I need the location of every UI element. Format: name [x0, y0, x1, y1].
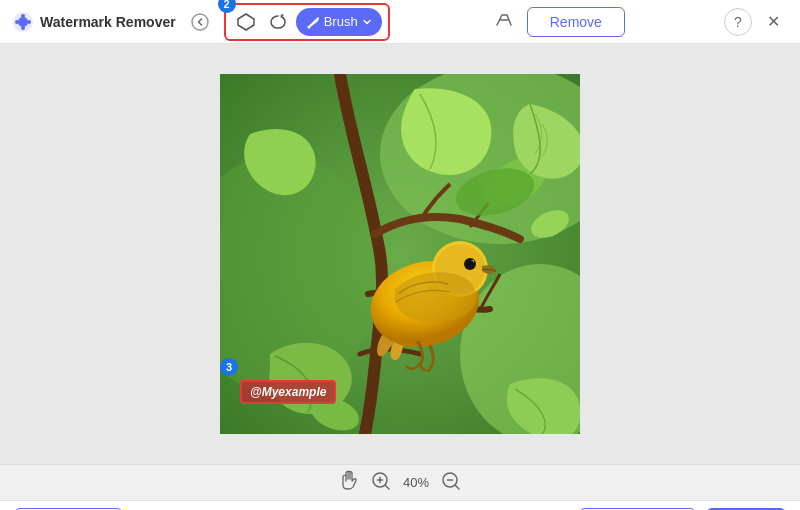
zoom-controls: 40%	[339, 470, 461, 495]
help-button[interactable]: ?	[724, 8, 752, 36]
svg-line-27	[385, 485, 389, 489]
svg-point-1	[18, 17, 28, 27]
svg-line-30	[455, 485, 459, 489]
svg-point-4	[15, 20, 19, 24]
titlebar: Watermark Remover 2	[0, 0, 800, 44]
zoom-in-button[interactable]	[371, 471, 391, 495]
zoom-percent: 40%	[403, 475, 429, 490]
bottom-toolbar: 40%	[0, 464, 800, 500]
image-container[interactable]: 3 @Myexample	[220, 74, 580, 434]
zoom-out-button[interactable]	[441, 471, 461, 495]
app-title: Watermark Remover	[40, 14, 176, 30]
toolbar-group: 2 Brush	[224, 3, 390, 41]
brush-tool-button[interactable]: Brush	[296, 8, 382, 36]
brush-label: Brush	[324, 14, 358, 29]
svg-point-2	[21, 14, 25, 18]
svg-point-5	[27, 20, 31, 24]
close-button[interactable]: ✕	[760, 8, 788, 36]
titlebar-left: Watermark Remover 2	[12, 3, 390, 41]
help-icon: ?	[734, 14, 742, 30]
watermark-text: @Myexample	[250, 385, 326, 399]
hand-tool-button[interactable]	[339, 470, 359, 495]
watermark-badge: 3	[220, 358, 238, 376]
svg-point-3	[21, 26, 25, 30]
svg-point-8	[307, 25, 310, 28]
footer: New Image Crop & Save Save	[0, 500, 800, 510]
app-logo: Watermark Remover	[12, 11, 176, 33]
close-icon: ✕	[767, 12, 780, 31]
app-logo-icon	[12, 11, 34, 33]
main-canvas-area: 3 @Myexample	[0, 44, 800, 464]
lasso-tool-button[interactable]	[264, 8, 292, 36]
svg-point-21	[466, 260, 474, 268]
svg-point-6	[192, 14, 208, 30]
toolbar-badge: 2	[218, 0, 236, 13]
titlebar-center: Remove	[489, 4, 625, 39]
remove-button[interactable]: Remove	[527, 7, 625, 37]
polygon-tool-button[interactable]	[232, 8, 260, 36]
titlebar-right: ? ✕	[724, 8, 788, 36]
svg-marker-7	[238, 14, 254, 30]
eraser-button[interactable]	[489, 4, 519, 39]
back-button[interactable]	[186, 8, 214, 36]
watermark-box: 3 @Myexample	[240, 380, 336, 404]
